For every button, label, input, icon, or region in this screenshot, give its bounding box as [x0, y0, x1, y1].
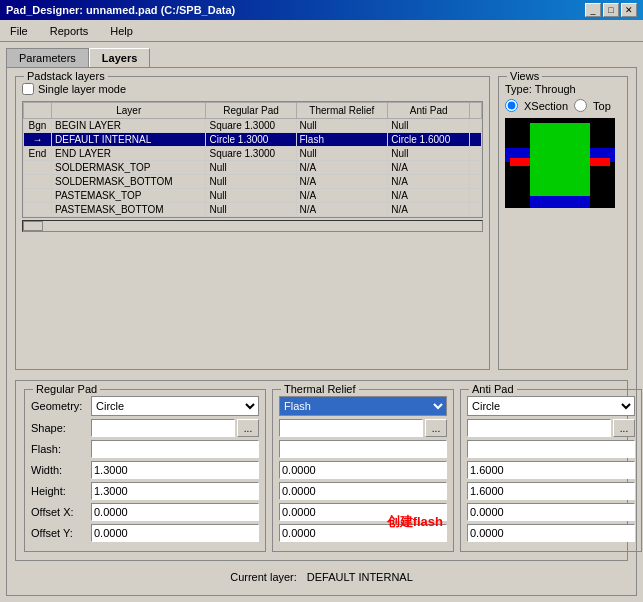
row-anti-pad[interactable]: N/A — [388, 161, 470, 175]
row-thermal[interactable]: N/A — [296, 175, 388, 189]
row-layer[interactable]: END LAYER — [52, 147, 206, 161]
regular-flash-row: Flash: — [31, 440, 259, 458]
row-anti-pad[interactable]: Null — [388, 147, 470, 161]
thermal-relief-group: Thermal Relief Flash Circle Null ... — [272, 389, 454, 552]
thermal-flash-row — [279, 440, 447, 458]
row-thermal[interactable]: Null — [296, 147, 388, 161]
row-regular-pad[interactable]: Circle 1.3000 — [206, 133, 296, 147]
regular-shape-input[interactable] — [91, 419, 235, 437]
row-layer[interactable]: SOLDERMASK_BOTTOM — [52, 175, 206, 189]
row-thermal[interactable]: N/A — [296, 203, 388, 217]
row-extra — [470, 189, 482, 203]
current-layer-bar: Current layer: DEFAULT INTERNAL — [15, 567, 628, 587]
regular-offsety-input[interactable] — [91, 524, 259, 542]
row-extra — [470, 147, 482, 161]
tab-layers[interactable]: Layers — [89, 48, 150, 67]
row-thermal[interactable]: N/A — [296, 189, 388, 203]
row-anti-pad[interactable]: N/A — [388, 189, 470, 203]
regular-offsetx-input[interactable] — [91, 503, 259, 521]
thermal-shape-row: ... — [279, 419, 447, 437]
regular-shape-dots-btn[interactable]: ... — [237, 419, 259, 437]
current-layer-label: Current layer: — [230, 571, 297, 583]
regular-height-input[interactable] — [91, 482, 259, 500]
col-extra — [470, 103, 482, 119]
anti-pad-label: Anti Pad — [469, 383, 517, 395]
radio-top[interactable] — [574, 99, 587, 112]
layer-table-scroll[interactable]: Layer Regular Pad Thermal Relief Anti Pa… — [22, 101, 483, 218]
row-layer[interactable]: BEGIN LAYER — [52, 119, 206, 133]
radio-xsection[interactable] — [505, 99, 518, 112]
anti-offsety-input[interactable] — [467, 524, 635, 542]
row-regular-pad[interactable]: Square 1.3000 — [206, 147, 296, 161]
row-extra — [470, 133, 482, 147]
top-section: Padstack layers Single layer mode Layer … — [15, 76, 628, 370]
close-button[interactable]: ✕ — [621, 3, 637, 17]
single-layer-checkbox[interactable] — [22, 83, 34, 95]
row-layer[interactable]: SOLDERMASK_TOP — [52, 161, 206, 175]
anti-flash-input[interactable] — [467, 440, 635, 458]
col-layer: Layer — [52, 103, 206, 119]
maximize-button[interactable]: □ — [603, 3, 619, 17]
thermal-height-row — [279, 482, 447, 500]
title-bar: Pad_Designer: unnamed.pad (C:/SPB_Data) … — [0, 0, 643, 20]
row-regular-pad[interactable]: Null — [206, 203, 296, 217]
row-extra — [470, 161, 482, 175]
thermal-shape-dots-btn[interactable]: ... — [425, 419, 447, 437]
thermal-height-input[interactable] — [279, 482, 447, 500]
table-scrollbar[interactable] — [22, 220, 483, 232]
anti-offsetx-input[interactable] — [467, 503, 635, 521]
col-prefix — [24, 103, 52, 119]
menu-file[interactable]: File — [4, 23, 34, 39]
title-bar-buttons: _ □ ✕ — [585, 3, 637, 17]
row-anti-pad[interactable]: N/A — [388, 203, 470, 217]
row-prefix: Bgn — [24, 119, 52, 133]
label-xsection: XSection — [524, 100, 568, 112]
row-prefix — [24, 175, 52, 189]
regular-offsetx-row: Offset X: — [31, 503, 259, 521]
regular-pad-group: Regular Pad Geometry: Circle Square Oblo… — [24, 389, 266, 552]
anti-offsetx-row — [467, 503, 635, 521]
chinese-annotation: 创建flash — [387, 513, 443, 531]
row-anti-pad[interactable]: Null — [388, 119, 470, 133]
regular-flash-input[interactable] — [91, 440, 259, 458]
row-thermal[interactable]: Flash — [296, 133, 388, 147]
anti-flash-row — [467, 440, 635, 458]
row-layer[interactable]: PASTEMASK_BOTTOM — [52, 203, 206, 217]
anti-height-input[interactable] — [467, 482, 635, 500]
row-layer[interactable]: DEFAULT INTERNAL — [52, 133, 206, 147]
menu-bar: File Reports Help — [0, 20, 643, 42]
row-thermal[interactable]: Null — [296, 119, 388, 133]
thermal-width-input[interactable] — [279, 461, 447, 479]
title-text: Pad_Designer: unnamed.pad (C:/SPB_Data) — [6, 4, 235, 16]
regular-geometry-select[interactable]: Circle Square Oblong Rectangle Null — [91, 396, 259, 416]
menu-help[interactable]: Help — [104, 23, 139, 39]
anti-shape-dots-btn[interactable]: ... — [613, 419, 635, 437]
thermal-geometry-select[interactable]: Flash Circle Null — [279, 396, 447, 416]
row-anti-pad[interactable]: Circle 1.6000 — [388, 133, 470, 147]
row-regular-pad[interactable]: Null — [206, 189, 296, 203]
row-prefix — [24, 161, 52, 175]
tab-parameters[interactable]: Parameters — [6, 48, 89, 67]
anti-geometry-select[interactable]: Circle Square Null — [467, 396, 635, 416]
col-anti: Anti Pad — [388, 103, 470, 119]
minimize-button[interactable]: _ — [585, 3, 601, 17]
geometry-row: Geometry: Circle Square Oblong Rectangle… — [31, 396, 259, 416]
view-blue-bottom — [530, 196, 590, 208]
row-regular-pad[interactable]: Null — [206, 161, 296, 175]
row-anti-pad[interactable]: N/A — [388, 175, 470, 189]
anti-shape-input[interactable] — [467, 419, 611, 437]
row-layer[interactable]: PASTEMASK_TOP — [52, 189, 206, 203]
row-extra — [470, 175, 482, 189]
row-regular-pad[interactable]: Null — [206, 175, 296, 189]
row-regular-pad[interactable]: Square 1.3000 — [206, 119, 296, 133]
current-layer-value: DEFAULT INTERNAL — [307, 571, 413, 583]
regular-flash-label: Flash: — [31, 443, 91, 455]
views-radio-row: XSection Top — [505, 99, 621, 112]
anti-width-row — [467, 461, 635, 479]
anti-width-input[interactable] — [467, 461, 635, 479]
row-thermal[interactable]: N/A — [296, 161, 388, 175]
thermal-flash-input[interactable] — [279, 440, 447, 458]
menu-reports[interactable]: Reports — [44, 23, 95, 39]
thermal-shape-input[interactable] — [279, 419, 423, 437]
regular-width-input[interactable] — [91, 461, 259, 479]
